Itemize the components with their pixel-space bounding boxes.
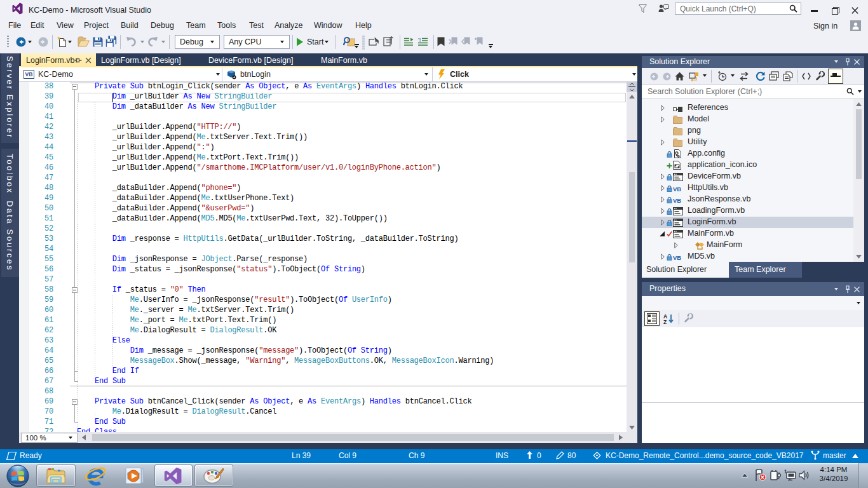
svg-text:VB: VB [673,186,681,193]
svg-text:VB: VB [673,254,681,261]
svg-text:VB: VB [673,197,681,204]
svg-text:'!: '! [418,37,421,43]
svg-text:Z: Z [663,319,667,324]
